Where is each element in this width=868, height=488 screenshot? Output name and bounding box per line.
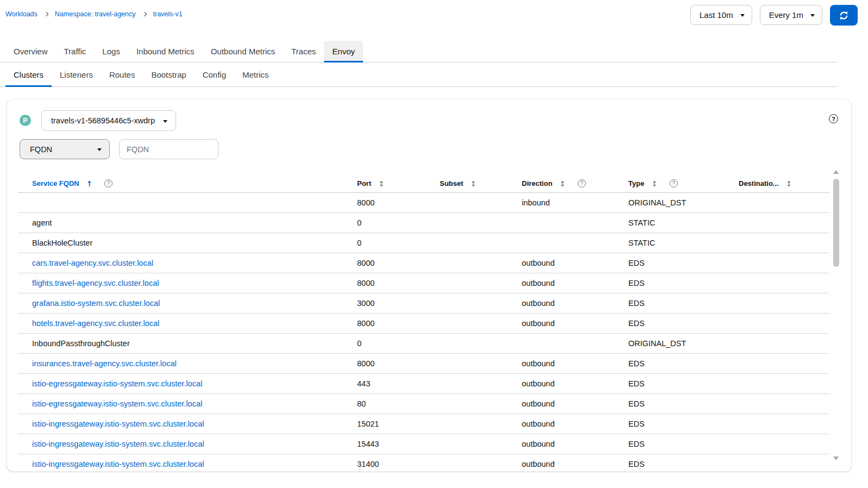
destination-rule-cell xyxy=(734,273,829,293)
scroll-up-icon[interactable] xyxy=(833,170,839,174)
destination-rule-cell xyxy=(734,373,829,393)
subset-cell xyxy=(435,434,517,454)
port-cell: 31400 xyxy=(353,454,435,472)
port-cell: 0 xyxy=(353,233,435,253)
table-row: cars.travel-agency.svc.cluster.local8000… xyxy=(18,253,829,273)
tab-overview[interactable]: Overview xyxy=(5,41,56,62)
envoy-tab-bootstrap[interactable]: Bootstrap xyxy=(143,62,194,86)
tab-outbound-metrics[interactable]: Outbound Metrics xyxy=(203,41,283,62)
tab-logs[interactable]: Logs xyxy=(94,41,128,62)
column-label: Subset xyxy=(440,179,463,187)
service-fqdn-cell xyxy=(18,192,353,212)
type-cell: EDS xyxy=(624,273,734,293)
envoy-tab-metrics[interactable]: Metrics xyxy=(234,62,277,86)
column-header-direction[interactable]: Direction↕? xyxy=(517,175,624,192)
filter-input[interactable] xyxy=(119,139,218,159)
table-header-row: Service FQDN↑?Port↕Subset↕Direction↕?Typ… xyxy=(18,175,829,192)
duration-dropdown[interactable]: Last 10m xyxy=(690,5,752,25)
tab-inbound-metrics[interactable]: Inbound Metrics xyxy=(128,41,203,62)
service-fqdn-link[interactable]: flights.travel-agency.svc.cluster.local xyxy=(32,279,159,287)
breadcrumb-item-workloads[interactable]: Workloads xyxy=(5,10,38,18)
sort-icon: ↕ xyxy=(559,179,565,188)
service-fqdn-cell: BlackHoleCluster xyxy=(18,233,353,253)
column-header-subset[interactable]: Subset↕ xyxy=(435,175,517,192)
service-fqdn-link[interactable]: istio-egressgateway.istio-system.svc.clu… xyxy=(32,399,202,408)
type-cell: EDS xyxy=(624,434,734,454)
tab-traffic[interactable]: Traffic xyxy=(56,41,95,62)
column-help-icon[interactable]: ? xyxy=(104,179,113,187)
table-row: InboundPassthroughCluster0ORIGINAL_DST xyxy=(18,333,829,353)
scrollbar-thumb[interactable] xyxy=(833,179,839,267)
envoy-tab-listeners[interactable]: Listeners xyxy=(52,62,101,86)
destination-rule-cell xyxy=(734,434,829,454)
port-cell: 3000 xyxy=(353,293,435,313)
service-fqdn-link[interactable]: istio-egressgateway.istio-system.svc.clu… xyxy=(32,379,202,388)
column-label: Port xyxy=(357,179,371,187)
service-fqdn-cell: InboundPassthroughCluster xyxy=(18,333,353,353)
type-cell: EDS xyxy=(624,454,734,472)
refresh-button[interactable] xyxy=(830,5,858,26)
direction-cell: outbound xyxy=(517,434,624,454)
column-header-port[interactable]: Port↕ xyxy=(353,175,435,192)
column-help-icon[interactable]: ? xyxy=(670,179,678,187)
subset-cell xyxy=(435,313,517,333)
breadcrumb-item-namespace-travel-agency[interactable]: Namespace: travel-agency xyxy=(55,10,136,18)
destination-rule-cell xyxy=(734,253,829,273)
envoy-tab-config[interactable]: Config xyxy=(195,62,234,86)
table-row: istio-egressgateway.istio-system.svc.clu… xyxy=(18,373,829,393)
service-fqdn-cell: agent xyxy=(18,212,353,233)
table-row: istio-egressgateway.istio-system.svc.clu… xyxy=(18,393,829,414)
service-fqdn-link[interactable]: grafana.istio-system.svc.cluster.local xyxy=(32,299,160,308)
table-row: agent0STATIC xyxy=(18,212,829,233)
column-header-type[interactable]: Type↕? xyxy=(624,175,734,192)
envoy-subtabs: ClustersListenersRoutesBootstrapConfigMe… xyxy=(0,62,837,87)
envoy-tab-routes[interactable]: Routes xyxy=(101,62,143,86)
service-fqdn-link[interactable]: istio-ingressgateway.istio-system.svc.cl… xyxy=(32,440,204,448)
table-scrollbar[interactable] xyxy=(833,169,839,462)
column-header-service-fqdn[interactable]: Service FQDN↑? xyxy=(18,175,353,192)
subset-cell xyxy=(435,414,517,434)
service-fqdn-link[interactable]: insurances.travel-agency.svc.cluster.loc… xyxy=(32,359,177,368)
service-fqdn-link[interactable]: cars.travel-agency.svc.cluster.local xyxy=(32,259,153,267)
service-fqdn-link[interactable]: istio-ingressgateway.istio-system.svc.cl… xyxy=(32,460,204,468)
destination-rule-cell xyxy=(734,333,829,353)
type-cell: STATIC xyxy=(624,233,734,253)
tab-envoy[interactable]: Envoy xyxy=(324,41,363,62)
subset-cell xyxy=(435,454,517,472)
port-cell: 8000 xyxy=(353,313,435,333)
envoy-tab-clusters[interactable]: Clusters xyxy=(5,62,52,86)
help-icon[interactable]: ? xyxy=(829,114,838,123)
direction-cell xyxy=(517,233,624,253)
pod-selector-value: travels-v1-56895446c5-xwdrp xyxy=(51,116,155,125)
direction-cell xyxy=(517,333,624,353)
service-fqdn-link[interactable]: hotels.travel-agency.svc.cluster.local xyxy=(32,319,159,328)
direction-cell: outbound xyxy=(517,454,624,472)
port-cell: 8000 xyxy=(353,353,435,373)
subset-cell xyxy=(435,293,517,313)
service-fqdn-cell: istio-ingressgateway.istio-system.svc.cl… xyxy=(18,414,353,434)
filter-type-dropdown[interactable]: FQDN xyxy=(20,139,110,159)
pod-badge: P xyxy=(20,115,31,126)
port-cell: 8000 xyxy=(353,192,435,212)
refresh-interval-value: Every 1m xyxy=(769,10,803,20)
tab-traces[interactable]: Traces xyxy=(283,41,324,62)
type-cell: EDS xyxy=(624,414,734,434)
column-help-icon[interactable]: ? xyxy=(578,179,586,187)
breadcrumb-item-travels-v1[interactable]: travels-v1 xyxy=(153,10,183,18)
subset-cell xyxy=(435,212,517,233)
table-row: insurances.travel-agency.svc.cluster.loc… xyxy=(18,353,829,373)
column-header-destinatio[interactable]: Destinatio...↕ xyxy=(734,175,829,192)
pod-selector-dropdown[interactable]: travels-v1-56895446c5-xwdrp xyxy=(41,110,176,131)
scroll-down-icon[interactable] xyxy=(833,456,839,460)
direction-cell: inbound xyxy=(517,192,624,212)
type-cell: ORIGINAL_DST xyxy=(624,333,734,353)
service-fqdn-link[interactable]: istio-ingressgateway.istio-system.svc.cl… xyxy=(32,420,204,428)
destination-rule-cell xyxy=(734,353,829,373)
direction-cell: outbound xyxy=(517,293,624,313)
column-label: Direction xyxy=(522,179,552,187)
service-fqdn-cell: flights.travel-agency.svc.cluster.local xyxy=(18,273,353,293)
column-label: Destinatio... xyxy=(739,179,779,187)
refresh-interval-dropdown[interactable]: Every 1m xyxy=(760,5,822,25)
port-cell: 8000 xyxy=(353,253,435,273)
subset-cell xyxy=(435,333,517,353)
